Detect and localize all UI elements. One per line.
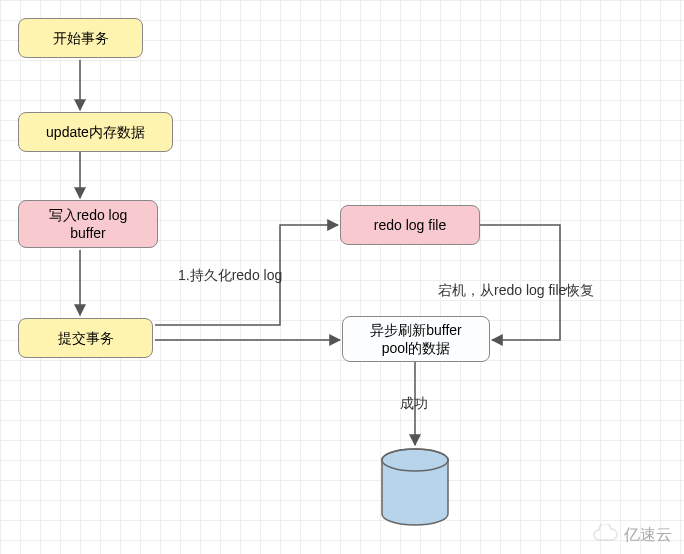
node-redo-log-file: redo log file bbox=[340, 205, 480, 245]
node-label: redo log file bbox=[374, 216, 446, 234]
watermark-text: 亿速云 bbox=[624, 525, 672, 546]
node-commit-transaction: 提交事务 bbox=[18, 318, 153, 358]
node-label: 提交事务 bbox=[58, 329, 114, 347]
edge-label-success: 成功 bbox=[400, 395, 428, 413]
cloud-icon bbox=[592, 524, 618, 546]
background-grid bbox=[0, 0, 684, 554]
node-async-flush-buffer: 异步刷新buffer pool的数据 bbox=[342, 316, 490, 362]
watermark: 亿速云 bbox=[592, 524, 672, 546]
node-start-transaction: 开始事务 bbox=[18, 18, 143, 58]
node-label: 写入redo log buffer bbox=[49, 206, 128, 242]
node-write-redo-log-buffer: 写入redo log buffer bbox=[18, 200, 158, 248]
database-icon bbox=[380, 448, 450, 531]
edge-label-persist: 1.持久化redo log bbox=[178, 267, 282, 285]
edge-label-recover: 宕机，从redo log file恢复 bbox=[438, 282, 594, 300]
node-label: update内存数据 bbox=[46, 123, 145, 141]
node-label: 异步刷新buffer pool的数据 bbox=[370, 321, 462, 357]
node-update-memory: update内存数据 bbox=[18, 112, 173, 152]
node-label: 开始事务 bbox=[53, 29, 109, 47]
